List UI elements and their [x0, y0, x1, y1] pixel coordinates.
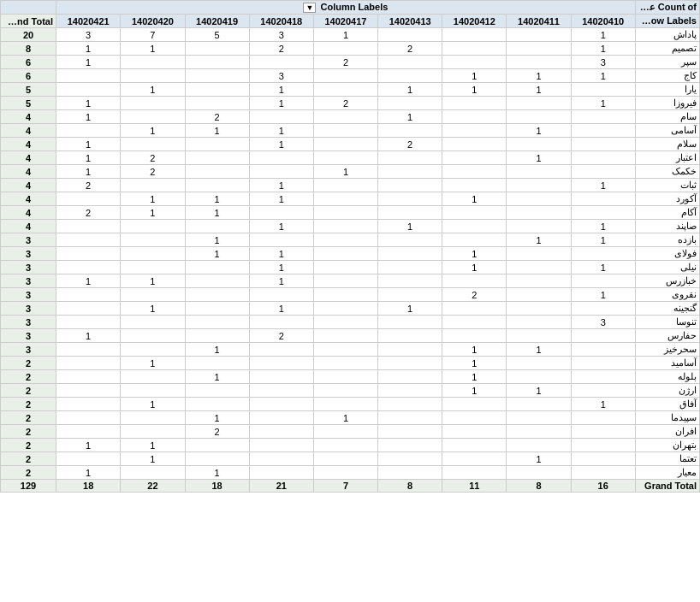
row-label: ثبات — [635, 179, 699, 192]
column-labels-header: Column Labels ▼ — [56, 1, 636, 15]
data-cell: 1 — [378, 220, 442, 233]
data-cell — [249, 233, 313, 247]
data-cell: 6 — [1, 69, 56, 83]
row-label: نقروی — [635, 288, 699, 302]
data-cell: 1 — [56, 329, 121, 343]
data-cell: 2 — [313, 56, 377, 69]
data-cell — [378, 56, 442, 69]
row-label: خکمک — [635, 165, 699, 179]
data-cell: 1 — [121, 452, 185, 466]
table-row: فیروزا12115 — [1, 97, 700, 110]
table-row: خبازرس1113 — [1, 274, 700, 288]
data-cell: 1 — [442, 261, 507, 274]
data-cell: 1 — [185, 206, 249, 220]
data-cell: 1 — [442, 357, 507, 370]
data-cell — [378, 316, 442, 329]
data-cell — [442, 151, 507, 165]
col-header-14020412: 14020412 — [442, 15, 507, 28]
data-cell: 1 — [571, 261, 635, 274]
data-cell — [313, 343, 377, 357]
data-cell — [442, 220, 507, 233]
data-cell: 6 — [1, 56, 56, 69]
data-cell — [442, 425, 507, 439]
data-cell: 2 — [56, 206, 121, 220]
data-cell: 7 — [121, 28, 185, 42]
data-cell: 3 — [1, 288, 56, 302]
data-cell — [313, 274, 377, 288]
table-row: آسامی11114 — [1, 124, 700, 138]
table-row: تعتما112 — [1, 452, 700, 466]
data-cell: 1 — [442, 69, 507, 83]
data-cell — [249, 452, 313, 466]
data-cell — [313, 384, 377, 398]
data-cell — [121, 466, 185, 480]
table-row: نقروی123 — [1, 288, 700, 302]
data-cell — [378, 28, 442, 42]
data-cell: 1 — [571, 42, 635, 56]
data-cell — [185, 329, 249, 343]
data-cell — [378, 329, 442, 343]
data-cell: 1 — [185, 411, 249, 425]
row-label: سام — [635, 110, 699, 124]
table-row: پاداش11357320 — [1, 28, 700, 42]
data-cell — [313, 206, 377, 220]
data-cell — [185, 138, 249, 151]
table-row: بتهران112 — [1, 439, 700, 452]
data-cell — [571, 138, 635, 151]
data-cell: 2 — [185, 425, 249, 439]
table-row: اعتبار1214 — [1, 151, 700, 165]
data-cell: 1 — [313, 411, 377, 425]
data-cell — [442, 398, 507, 411]
data-cell: 1 — [249, 274, 313, 288]
data-cell — [185, 69, 249, 83]
column-filter-button[interactable]: ▼ — [303, 3, 316, 13]
data-cell — [249, 343, 313, 357]
data-cell: 1 — [507, 83, 571, 97]
table-row: بلوله112 — [1, 370, 700, 384]
data-cell: 2 — [249, 329, 313, 343]
data-cell: 5 — [185, 28, 249, 42]
data-cell: 1 — [507, 69, 571, 83]
data-cell — [507, 220, 571, 233]
table-row: یارا111115 — [1, 83, 700, 97]
data-cell: 1 — [185, 370, 249, 384]
data-cell — [507, 274, 571, 288]
data-cell: 20 — [1, 28, 56, 42]
data-cell — [185, 56, 249, 69]
data-cell — [507, 42, 571, 56]
data-cell — [121, 110, 185, 124]
data-cell: 1 — [121, 83, 185, 97]
data-cell — [378, 206, 442, 220]
data-cell: 1 — [507, 343, 571, 357]
data-cell: 1 — [56, 274, 121, 288]
data-cell: 1 — [121, 302, 185, 316]
data-cell: 1 — [507, 384, 571, 398]
data-cell: 1 — [56, 110, 121, 124]
data-cell: 2 — [121, 151, 185, 165]
row-filter-button[interactable]: ↓ — [635, 16, 640, 27]
row-label: ارژن — [635, 384, 699, 398]
data-cell — [442, 411, 507, 425]
data-cell — [507, 425, 571, 439]
row-labels-header: Row Labels ↓ — [635, 15, 699, 28]
data-cell — [313, 425, 377, 439]
data-cell: 1 — [185, 124, 249, 138]
data-cell — [185, 97, 249, 110]
row-label: بازده — [635, 233, 699, 247]
data-cell: 3 — [571, 316, 635, 329]
row-label: یارا — [635, 83, 699, 97]
data-cell — [56, 220, 121, 233]
data-cell — [378, 151, 442, 165]
data-cell — [313, 233, 377, 247]
data-cell — [185, 288, 249, 302]
data-cell — [378, 261, 442, 274]
data-cell — [442, 329, 507, 343]
data-cell — [56, 452, 121, 466]
data-cell: 2 — [185, 110, 249, 124]
data-cell: 1 — [249, 124, 313, 138]
data-cell — [378, 179, 442, 192]
data-cell: 4 — [1, 165, 56, 179]
data-cell: 1 — [442, 247, 507, 261]
data-cell — [249, 165, 313, 179]
data-cell: 1 — [571, 233, 635, 247]
